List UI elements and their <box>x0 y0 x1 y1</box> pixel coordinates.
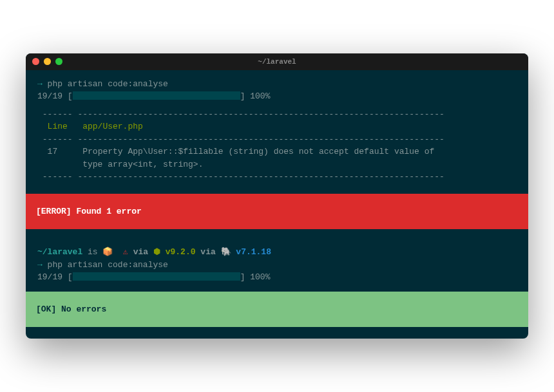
dash-line-top: ------ ---------------------------------… <box>37 108 517 121</box>
error-message-1: Property App\User::$fillable (string) do… <box>57 147 439 156</box>
prompt-arrow-icon: → <box>37 260 48 270</box>
progress-count: 19/19 <box>37 91 62 101</box>
package-icon: 📦 <box>102 247 113 257</box>
via-text-2: via <box>196 247 221 257</box>
traffic-lights <box>32 58 62 65</box>
dash-line-bottom: ------ ---------------------------------… <box>37 171 517 183</box>
error-banner: [ERROR] Found 1 error <box>26 194 528 230</box>
maximize-icon[interactable] <box>55 58 62 65</box>
terminal-window: ~/laravel → php artisan code:analyse 19/… <box>26 53 528 339</box>
progress-bar <box>73 91 240 100</box>
php-version: v7.1.18 <box>236 247 271 257</box>
prompt-line-2: ~/laravel is 📦 ⚠ via ⬢ v9.2.0 via 🐘 v7.1… <box>37 246 517 259</box>
table-header: Line app/User.php <box>37 120 517 133</box>
dash-line-mid: ------ ---------------------------------… <box>37 133 517 146</box>
prompt-arrow-icon: → <box>37 79 48 89</box>
prompt-path: ~/laravel <box>37 247 82 257</box>
window-title: ~/laravel <box>258 58 296 66</box>
node-version: v9.2.0 <box>166 247 196 257</box>
ok-banner: [OK] No errors <box>26 292 528 328</box>
via-text-1: via <box>133 247 153 257</box>
node-icon: ⬢ <box>153 247 166 257</box>
progress-percent-2: 100% <box>250 272 270 282</box>
progress-count-2: 19/19 <box>37 272 62 282</box>
progress-line-2: 19/19 [] 100% <box>37 271 517 284</box>
command-line-1: → php artisan code:analyse <box>37 78 517 91</box>
terminal-content[interactable]: → php artisan code:analyse 19/19 [] 100%… <box>26 70 528 339</box>
error-row-2: type array<int, string>. <box>37 158 517 171</box>
command-text-2: php artisan code:analyse <box>48 260 168 270</box>
error-row: 17 Property App\User::$fillable (string)… <box>37 145 517 158</box>
progress-bar-2 <box>73 272 240 281</box>
titlebar: ~/laravel <box>26 53 528 70</box>
warning-icon: ⚠ <box>123 247 133 257</box>
minimize-icon[interactable] <box>44 58 51 65</box>
error-line-num: 17 <box>37 147 57 156</box>
command-line-2: → php artisan code:analyse <box>37 259 517 272</box>
ok-banner-text: [OK] No errors <box>36 304 106 314</box>
progress-line-1: 19/19 [] 100% <box>37 90 517 103</box>
elephant-icon: 🐘 <box>221 247 236 257</box>
error-banner-text: [ERROR] Found 1 error <box>36 207 142 216</box>
command-text: php artisan code:analyse <box>48 79 168 89</box>
close-icon[interactable] <box>32 58 39 65</box>
is-text: is <box>82 247 102 257</box>
progress-percent: 100% <box>250 91 270 101</box>
